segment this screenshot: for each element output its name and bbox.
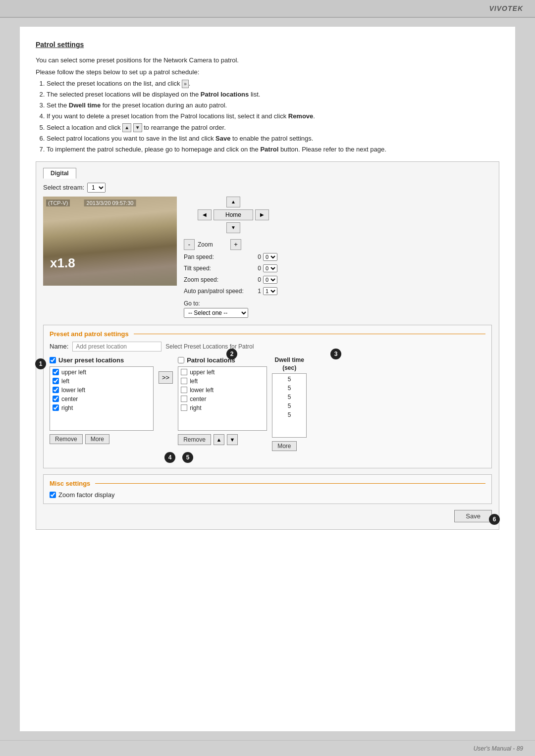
list-item[interactable]: left [178,377,267,386]
patrol-list[interactable]: upper left left lower left center right [178,366,267,431]
camera-view: (TCP-V) 2013/3/20 09:57:30 x1.8 [43,197,177,286]
tab-bar: Digital [43,168,492,179]
patrol-remove-btn[interactable]: Remove [178,434,211,445]
footer-text: User's Manual - 89 [474,745,523,752]
pan-speed-label: Pan speed: [184,253,248,260]
list-item[interactable]: lower left [178,386,267,395]
ptz-zoom-row: - Zoom + [184,239,283,250]
step-bubble-3: 3 [330,349,341,359]
patrol-section: Patrol locations upper left left lower l… [178,356,267,445]
camera-timestamp: 2013/3/20 09:57:30 [84,200,136,206]
intro-p1: You can select some preset positions for… [36,55,499,65]
user-preset-list[interactable]: upper left left lower left center right [50,366,154,431]
dwell-item: 5 [272,393,306,402]
tilt-speed-select[interactable]: 012 [263,264,277,272]
zoom-factor-label: Zoom factor display [58,491,114,499]
intro-p2: Please follow the steps below to set up … [36,67,499,77]
step-bubbles-45: 4 5 [50,453,485,463]
intro-steps: Select the preset locations on the list,… [47,79,499,154]
ptz-tilt-speed-row: Tilt speed: 0 012 [184,264,283,272]
list-item[interactable]: right [50,403,153,412]
stream-label: Select stream: [43,184,84,191]
list-item[interactable]: upper left [50,368,153,377]
misc-label: Misc settings [50,480,90,487]
step-bubble-2: 2 [226,349,237,359]
auto-pan-select[interactable]: 12 [263,287,277,295]
dwell-item: 5 [272,402,306,410]
dwell-item: 5 [272,410,306,419]
section-title: Patrol settings [36,41,499,49]
patrol-down-btn[interactable]: ▼ [227,434,238,445]
list-item[interactable]: left [50,377,153,386]
intro-step-7: To implement the patrol schedule, please… [47,145,499,154]
user-preset-all-check[interactable] [50,357,56,363]
zoom-factor-check[interactable] [50,492,56,498]
dwell-btn-row: More [272,441,307,451]
ptz-controls: ▲ ◀ Home ▶ ▼ [184,197,283,318]
zoom-speed-select[interactable]: 012 [263,276,277,284]
zoom-speed-label: Zoom speed: [184,276,248,283]
stream-select[interactable]: 1 2 [87,183,106,193]
list-item[interactable]: right [178,403,267,412]
user-preset-header: User preset locations [50,356,154,364]
intro-step-5: Select a location and click ▲ ▼ to rearr… [47,123,499,133]
tilt-speed-val: 0 [250,265,261,272]
list-item[interactable]: center [178,395,267,403]
name-label: Name: [50,343,68,350]
save-row: Save [43,510,492,522]
dwell-more-btn[interactable]: More [272,441,296,451]
ptz-up-btn[interactable]: ▲ [226,197,240,207]
camera-zoom: x1.8 [50,255,75,271]
ptz-zoom-label: Zoom [198,241,227,248]
user-preset-header-label: User preset locations [58,356,124,364]
ptz-home-btn[interactable]: Home [214,209,253,220]
preset-section-header: Preset and patrol settings [50,330,485,338]
patrol-up-btn[interactable]: ▲ [214,434,224,445]
intro-step-3: Set the Dwell time for the preset locati… [47,101,499,110]
select-preset-label: Select Preset Locations for Patrol [165,343,254,350]
intro-step-6: Select patrol locations you want to save… [47,134,499,144]
intro-step-2: The selected preset locations will be di… [47,90,499,100]
preset-patrol-section: Preset and patrol settings Name: Select … [43,325,492,468]
name-input[interactable] [72,342,161,352]
goto-label: Go to: [184,300,283,307]
tab-digital[interactable]: Digital [43,168,76,179]
patrol-btn-row: Remove ▲ ▼ [178,434,267,445]
pan-speed-val: 0 [250,253,261,260]
ptz-zoom-plus-btn[interactable]: + [230,239,241,250]
lists-row: User preset locations upper left left lo… [50,356,485,451]
ptz-left-btn[interactable]: ◀ [198,209,212,220]
footer-bar: User's Manual - 89 [0,740,535,756]
header-bar: VIVOTEK [0,0,535,18]
ptz-zoom-minus-btn[interactable]: - [184,239,195,250]
save-btn[interactable]: Save [454,510,492,522]
user-preset-remove-btn[interactable]: Remove [50,434,83,444]
pan-speed-select[interactable]: 012 [263,253,277,261]
ptz-zoom-speed-row: Zoom speed: 0 012 [184,276,283,284]
ptz-auto-pan-row: Auto pan/patrol speed: 1 12 [184,287,283,295]
dwell-item: 5 [272,375,306,384]
patrol-all-check[interactable] [178,357,184,363]
list-item[interactable]: lower left [50,386,153,395]
down-arrow-icon: ▼ [133,123,142,132]
camera-ptz-row: (TCP-V) 2013/3/20 09:57:30 x1.8 ▲ ◀ [43,197,492,318]
up-arrow-icon: ▲ [122,123,131,132]
transfer-btn[interactable]: >> [159,371,173,384]
auto-pan-val: 1 [250,288,261,295]
step-bubble-4: 4 [164,452,175,463]
patrol-header: Patrol locations [178,356,267,364]
step-bubble-5: 5 [182,452,193,463]
ptz-right-btn[interactable]: ▶ [255,209,269,220]
dwell-header: Dwell time(sec) [272,356,307,372]
transfer-icon: » [182,80,189,89]
transfer-btn-col: >> [159,356,173,384]
goto-select[interactable]: -- Select one -- [184,308,248,318]
user-preset-more-btn[interactable]: More [85,434,109,444]
ptz-goto-row: Go to: -- Select one -- [184,300,283,318]
brand-label: VIVOTEK [489,4,523,12]
stream-row: Select stream: 1 2 [43,183,492,193]
list-item[interactable]: center [50,395,153,403]
list-item[interactable]: upper left [178,368,267,377]
ptz-down-btn[interactable]: ▼ [226,222,240,233]
intro-step-1: Select the preset locations on the list,… [47,79,499,89]
